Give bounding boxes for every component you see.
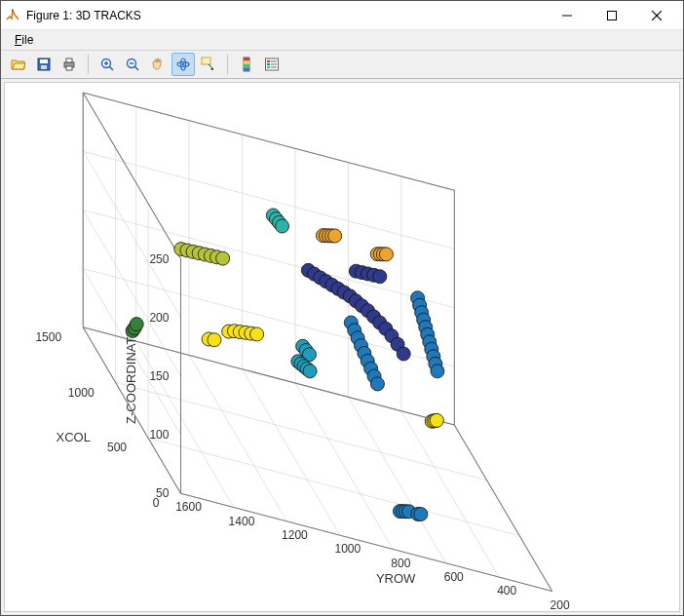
pan-icon[interactable] xyxy=(146,53,170,76)
svg-rect-6 xyxy=(40,59,48,63)
title-bar: Figure 1: 3D TRACKS xyxy=(1,1,683,30)
zoom-out-icon[interactable] xyxy=(121,53,144,76)
data-point xyxy=(373,270,387,284)
svg-rect-28 xyxy=(267,60,270,62)
svg-text:500: 500 xyxy=(107,442,127,455)
maximize-button[interactable] xyxy=(589,1,634,30)
svg-line-35 xyxy=(401,411,499,577)
svg-rect-24 xyxy=(244,61,249,65)
close-button[interactable] xyxy=(634,1,679,30)
figure-toolbar xyxy=(1,51,683,79)
svg-text:Z-COORDINATE: Z-COORDINATE xyxy=(124,328,138,424)
svg-rect-29 xyxy=(267,63,270,65)
svg-point-20 xyxy=(182,63,185,66)
data-point xyxy=(397,347,410,361)
svg-text:800: 800 xyxy=(391,557,410,570)
svg-line-39 xyxy=(189,356,286,521)
print-icon[interactable] xyxy=(57,53,81,76)
legend-icon[interactable] xyxy=(260,53,284,76)
data-point xyxy=(430,414,443,428)
data-point xyxy=(303,365,317,378)
svg-text:100: 100 xyxy=(149,428,169,442)
svg-text:200: 200 xyxy=(551,598,570,611)
colorbar-icon[interactable] xyxy=(235,53,258,76)
svg-rect-26 xyxy=(244,68,249,72)
menu-file[interactable]: File xyxy=(7,30,41,50)
svg-rect-23 xyxy=(244,58,249,61)
svg-line-76 xyxy=(83,93,454,190)
svg-line-40 xyxy=(136,341,234,507)
svg-text:1400: 1400 xyxy=(229,515,255,528)
data-point xyxy=(208,333,221,347)
svg-text:200: 200 xyxy=(149,311,169,325)
svg-rect-10 xyxy=(66,66,72,70)
svg-line-44 xyxy=(116,383,487,481)
data-point xyxy=(414,508,428,521)
svg-rect-9 xyxy=(66,58,72,62)
matlab-icon xyxy=(5,8,20,23)
svg-line-16 xyxy=(134,67,138,71)
svg-line-37 xyxy=(295,383,393,549)
svg-line-12 xyxy=(109,67,113,71)
menu-file-rest: ile xyxy=(21,33,33,47)
svg-text:50: 50 xyxy=(156,487,170,501)
rotate-3d-icon[interactable] xyxy=(171,53,195,76)
svg-text:400: 400 xyxy=(497,585,516,598)
svg-line-69 xyxy=(454,425,551,591)
svg-text:1500: 1500 xyxy=(35,330,61,344)
svg-rect-25 xyxy=(244,64,249,68)
svg-line-43 xyxy=(148,439,519,536)
svg-point-0 xyxy=(12,9,14,11)
svg-line-53 xyxy=(83,152,454,250)
svg-text:1200: 1200 xyxy=(282,528,308,542)
svg-text:1000: 1000 xyxy=(68,386,95,400)
svg-rect-7 xyxy=(41,65,47,69)
data-point xyxy=(328,229,342,243)
svg-line-68 xyxy=(181,494,552,592)
svg-text:250: 250 xyxy=(149,252,169,266)
data-point xyxy=(216,252,230,266)
data-point xyxy=(276,219,289,233)
svg-rect-2 xyxy=(608,11,617,19)
axes-3d[interactable]: 2004006008001000120014001600050010001500… xyxy=(4,82,680,612)
window-title: Figure 1: 3D TRACKS xyxy=(26,9,545,22)
svg-text:1000: 1000 xyxy=(335,543,361,557)
svg-line-38 xyxy=(243,369,340,535)
data-point xyxy=(379,248,393,261)
data-cursor-icon[interactable] xyxy=(197,53,220,76)
data-point xyxy=(130,318,143,331)
svg-line-51 xyxy=(83,211,454,308)
zoom-in-icon[interactable] xyxy=(95,53,119,76)
menu-bar: File xyxy=(1,30,683,51)
svg-text:1600: 1600 xyxy=(175,501,202,515)
figure-window: Figure 1: 3D TRACKS File xyxy=(0,0,684,616)
svg-text:150: 150 xyxy=(149,369,169,383)
data-point xyxy=(250,327,264,341)
data-point xyxy=(431,365,444,378)
svg-text:XCOL: XCOL xyxy=(56,430,90,444)
svg-text:600: 600 xyxy=(444,570,464,584)
svg-rect-21 xyxy=(202,58,210,64)
open-icon[interactable] xyxy=(7,53,30,76)
data-point xyxy=(370,377,384,391)
svg-rect-30 xyxy=(267,66,270,68)
minimize-button[interactable] xyxy=(545,1,589,30)
svg-text:YROW: YROW xyxy=(376,572,416,587)
save-icon[interactable] xyxy=(32,53,56,76)
